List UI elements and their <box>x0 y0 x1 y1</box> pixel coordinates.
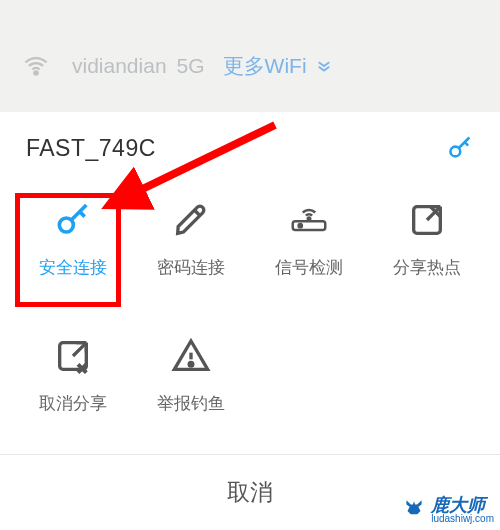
svg-point-2 <box>59 218 73 232</box>
key-icon <box>446 134 474 162</box>
router-icon <box>289 200 329 240</box>
tile-share-hotspot[interactable]: 分享热点 <box>368 184 486 294</box>
wifi-name-text: vidiandian <box>72 54 167 78</box>
tile-label: 安全连接 <box>39 256 107 279</box>
tile-label: 密码连接 <box>157 256 225 279</box>
watermark: 鹿大师 ludashiwj.com <box>401 496 494 524</box>
pencil-icon <box>171 200 211 240</box>
deer-logo-icon <box>401 497 427 523</box>
warning-icon <box>171 336 211 376</box>
tile-label: 信号检测 <box>275 256 343 279</box>
chevron-down-icon <box>315 57 333 75</box>
wifi-signal-icon <box>22 52 50 80</box>
action-grid: 安全连接 密码连接 信号检测 <box>0 184 500 430</box>
svg-point-5 <box>299 224 302 227</box>
sheet-title: FAST_749C <box>26 135 156 162</box>
tile-label: 举报钓鱼 <box>157 392 225 415</box>
cancel-label: 取消 <box>227 477 273 508</box>
tile-password-connect[interactable]: 密码连接 <box>132 184 250 294</box>
key-icon <box>53 200 93 240</box>
wifi-list-row: vidiandian 5G 更多WiFi <box>0 44 500 88</box>
more-wifi-link[interactable]: 更多WiFi <box>223 52 333 80</box>
svg-point-0 <box>34 71 37 74</box>
watermark-text: 鹿大师 <box>431 496 494 514</box>
tile-report-phishing[interactable]: 举报钓鱼 <box>132 320 250 430</box>
share-cancel-icon <box>53 336 93 376</box>
action-sheet: FAST_749C 安全连接 <box>0 112 500 530</box>
tile-cancel-share[interactable]: 取消分享 <box>14 320 132 430</box>
tile-label: 分享热点 <box>393 256 461 279</box>
sheet-header: FAST_749C <box>0 112 500 184</box>
wifi-band-text: 5G <box>177 54 205 78</box>
more-wifi-label: 更多WiFi <box>223 52 307 80</box>
tile-label: 取消分享 <box>39 392 107 415</box>
tile-signal-detect[interactable]: 信号检测 <box>250 184 368 294</box>
watermark-url: ludashiwj.com <box>431 514 494 524</box>
svg-point-1 <box>450 147 460 157</box>
svg-point-3 <box>308 217 311 220</box>
svg-point-8 <box>189 362 193 366</box>
share-icon <box>407 200 447 240</box>
tile-secure-connect[interactable]: 安全连接 <box>14 184 132 294</box>
